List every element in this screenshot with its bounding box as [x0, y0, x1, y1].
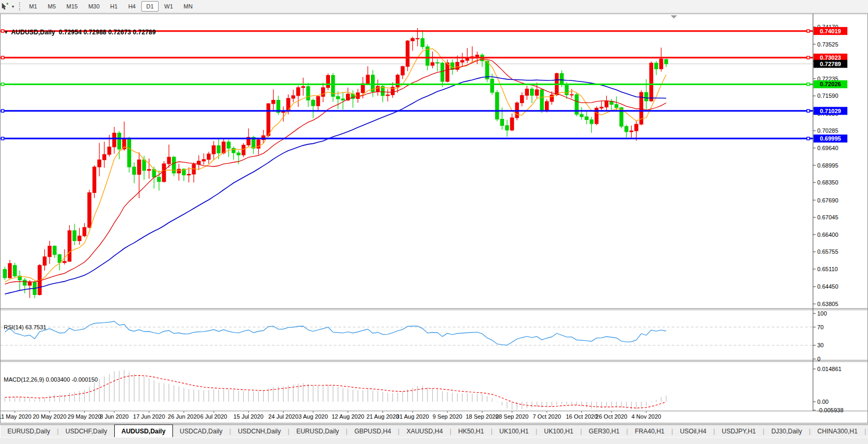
price-tick-label: 0.71590 [817, 92, 838, 99]
cursor-tool-icon[interactable] [0, 2, 11, 11]
chart-collapse-caret-icon[interactable]: ▼ [4, 30, 8, 35]
candle-bear [172, 157, 176, 173]
candle-bull [177, 169, 180, 173]
candle-bull [322, 88, 325, 97]
rsi-tick-label: 70 [817, 324, 824, 330]
date-tick-label: 21 Aug 2020 [367, 413, 399, 420]
candle-bull [93, 167, 96, 193]
timeframe-button-h4[interactable]: H4 [123, 1, 140, 12]
chart-background [0, 13, 868, 423]
date-tick-label: 31 Aug 2020 [396, 413, 429, 420]
timeframe-button-h1[interactable]: H1 [105, 1, 122, 12]
cursor-tool-glyph [1, 2, 10, 11]
chart-tab-eurusd-daily[interactable]: EURUSD,Daily [1, 425, 57, 438]
line-handle[interactable] [2, 137, 4, 140]
date-tick-label: 24 Jul 2020 [268, 413, 298, 420]
chart-tab-usdcnh-daily[interactable]: USDCNH,Daily [231, 425, 288, 438]
line-handle[interactable] [807, 83, 810, 86]
chart-tab-eurusd-daily[interactable]: EURUSD,Daily [289, 425, 346, 438]
chart-tab-dj30-daily[interactable]: DJ30,Daily [764, 425, 809, 438]
line-handle[interactable] [807, 30, 810, 32]
timeframe-button-d1[interactable]: D1 [141, 1, 158, 12]
timeframe-button-m1[interactable]: M1 [24, 1, 42, 12]
chart-tab-uk100-h1[interactable]: UK100,H1 [537, 425, 580, 438]
candle-bear [580, 114, 583, 117]
candle-bear [645, 92, 648, 101]
price-tick-label: 0.65755 [817, 248, 838, 255]
date-tick-label: 12 Aug 2020 [332, 413, 364, 420]
timeframe-button-m15[interactable]: M15 [62, 1, 83, 12]
chart-symbol-label: AUDUSD,Daily [11, 29, 55, 36]
chart-tab-china300-h1[interactable]: CHINA300,H1 [810, 425, 864, 438]
candle-bear [237, 153, 240, 155]
line-handle[interactable] [807, 56, 810, 59]
candle-bull [297, 88, 300, 96]
rsi-tick-label: 0 [817, 356, 820, 362]
candle-bull [406, 41, 409, 67]
timeframe-button-mn[interactable]: MN [179, 1, 197, 12]
price-tick-label: 0.66400 [817, 232, 838, 238]
chart-tab-gbpusd-h4[interactable]: GBPUSD,H4 [348, 425, 398, 438]
macd-tick-label: 0.014861 [817, 366, 842, 372]
candle-bear [23, 280, 26, 285]
chart-canvas[interactable]: 0.741700.735250.728800.722350.715900.709… [0, 13, 868, 423]
timeframe-button-w1[interactable]: W1 [160, 1, 178, 12]
candle-bear [486, 61, 489, 79]
chart-tab-uk100-h1[interactable]: UK100,H1 [492, 425, 535, 438]
line-handle[interactable] [807, 109, 810, 112]
chart-tab-usdchf-daily[interactable]: USDCHF,Daily [59, 425, 114, 438]
chart-window[interactable]: ▼AUDUSD,Daily 0.72954 0.72988 0.72673 0.… [0, 13, 868, 423]
chart-tab-usoil-h4[interactable]: USOil,H4 [673, 425, 713, 438]
candle-bear [142, 160, 145, 170]
candle-bear [585, 117, 588, 120]
chart-tab-usdjpy-h1[interactable]: USDJPY,H1 [715, 425, 763, 438]
date-tick-label: 11 May 2020 [0, 413, 31, 420]
candle-bear [590, 119, 593, 124]
tool-dropdown-caret-icon[interactable]: ▼ [11, 5, 15, 8]
chart-tab-hk50-h1[interactable]: HK50,H1 [451, 425, 491, 438]
candle-bear [664, 59, 668, 63]
candle-bull [326, 76, 330, 88]
candle-bull [28, 282, 31, 285]
candle-bull [446, 63, 449, 81]
chart-tab-ger30-h1[interactable]: GER30,H1 [582, 425, 626, 438]
candle-bull [162, 164, 166, 182]
timeframe-toolbar: ▼ M1M5M15M30H1H4D1W1MN [0, 0, 868, 13]
rsi-indicator-label: RSI(14) 63.7531 [4, 324, 47, 330]
candle-bull [386, 95, 389, 96]
candle-bull [207, 154, 210, 160]
macd-tick-label: 0.00 [817, 399, 828, 405]
candle-bull [411, 39, 414, 41]
line-handle[interactable] [2, 56, 4, 59]
chart-tab-fra40-h1[interactable]: FRA40,H1 [628, 425, 671, 438]
candle-bull [113, 133, 116, 147]
candle-bull [291, 96, 295, 98]
date-tick-label: 15 Jul 2020 [233, 413, 263, 420]
candle-bear [217, 145, 220, 153]
chart-tab-xauusd-h4[interactable]: XAUUSD,H4 [399, 425, 450, 438]
line-handle[interactable] [2, 109, 4, 112]
price-level-badge-text: 0.71029 [820, 108, 841, 114]
price-level-badge-text: 0.74019 [820, 28, 841, 34]
candle-bull [650, 63, 653, 101]
timeframe-button-m30[interactable]: M30 [84, 1, 104, 12]
chart-tab-usdcad-daily[interactable]: USDCAD,Daily [173, 425, 230, 438]
chart-tab-audusd-daily[interactable]: AUDUSD,Daily [114, 424, 173, 438]
price-tick-label: 0.65110 [817, 266, 838, 272]
candle-bull [476, 55, 479, 57]
date-tick-label: 29 May 2020 [68, 413, 102, 420]
timeframe-button-m5[interactable]: M5 [43, 1, 60, 12]
line-handle[interactable] [807, 137, 810, 140]
toolbar-grip[interactable] [19, 2, 20, 11]
date-tick-label: 9 Sep 2020 [433, 413, 462, 420]
date-tick-label: 4 Nov 2020 [632, 413, 661, 420]
candle-bull [88, 192, 91, 227]
date-tick-label: 7 Oct 2020 [533, 413, 561, 420]
chart-tab-usoil-h1[interactable]: USOil,H1 [866, 425, 868, 438]
candle-bull [605, 101, 608, 107]
candle-bear [117, 133, 121, 149]
line-handle[interactable] [2, 83, 4, 86]
price-level-badge-text: 0.73023 [820, 54, 841, 61]
price-level-badge-text: 0.69995 [820, 135, 841, 142]
candle-bull [68, 230, 71, 261]
